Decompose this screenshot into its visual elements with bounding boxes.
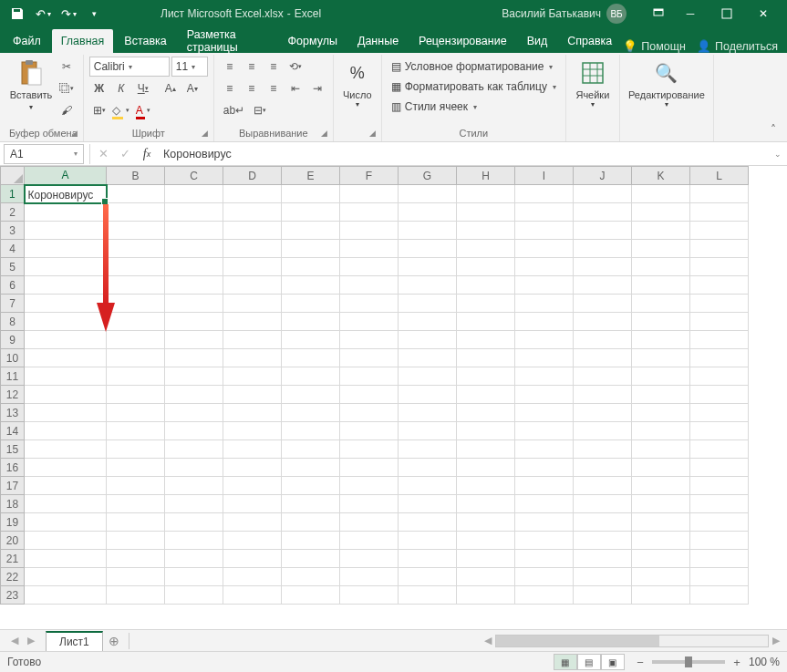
cell-I15[interactable]	[515, 440, 574, 459]
cell-G4[interactable]	[399, 240, 457, 258]
cell-B22[interactable]	[107, 568, 165, 586]
cell-J12[interactable]	[574, 386, 632, 404]
cell-L14[interactable]	[690, 422, 749, 440]
alignment-launcher[interactable]: ◢	[321, 129, 327, 138]
row-header-11[interactable]: 11	[1, 367, 25, 386]
cell-G10[interactable]	[399, 349, 457, 367]
cell-C4[interactable]	[165, 240, 223, 258]
cell-F13[interactable]	[340, 404, 399, 422]
cell-J8[interactable]	[574, 313, 632, 331]
cell-C23[interactable]	[165, 586, 223, 605]
cell-A11[interactable]	[25, 367, 107, 386]
cell-C8[interactable]	[165, 313, 223, 331]
cell-H14[interactable]	[457, 422, 515, 440]
cell-B18[interactable]	[107, 495, 165, 513]
col-header-D[interactable]: D	[223, 167, 282, 185]
cell-I11[interactable]	[515, 367, 574, 386]
cell-L4[interactable]	[690, 240, 749, 258]
cell-E17[interactable]	[282, 477, 340, 495]
cell-K20[interactable]	[632, 532, 690, 550]
tell-me[interactable]: 💡Помощн	[623, 39, 686, 53]
cell-A15[interactable]	[25, 440, 107, 459]
cell-K3[interactable]	[632, 222, 690, 240]
font-name-combo[interactable]: Calibri▾	[89, 57, 170, 77]
user-account[interactable]: Василий Батькавич ВБ	[502, 4, 626, 24]
cell-D13[interactable]	[223, 404, 282, 422]
cell-G13[interactable]	[399, 404, 457, 422]
cell-D16[interactable]	[223, 459, 282, 477]
cell-C15[interactable]	[165, 440, 223, 459]
conditional-formatting-button[interactable]: ▤Условное форматирование▾	[388, 57, 560, 77]
cell-A23[interactable]	[25, 586, 107, 605]
cell-F21[interactable]	[340, 550, 399, 568]
cell-I19[interactable]	[515, 513, 574, 532]
cell-E19[interactable]	[282, 513, 340, 532]
cell-D15[interactable]	[223, 440, 282, 459]
cell-L17[interactable]	[690, 477, 749, 495]
cell-D1[interactable]	[223, 185, 282, 203]
cell-K22[interactable]	[632, 568, 690, 586]
col-header-C[interactable]: C	[165, 167, 223, 185]
cell-J4[interactable]	[574, 240, 632, 258]
cell-L5[interactable]	[690, 258, 749, 276]
cell-F1[interactable]	[340, 185, 399, 203]
cell-G18[interactable]	[399, 495, 457, 513]
cell-G16[interactable]	[399, 459, 457, 477]
row-header-3[interactable]: 3	[1, 222, 25, 240]
cell-F3[interactable]	[340, 222, 399, 240]
cell-B4[interactable]	[107, 240, 165, 258]
col-header-I[interactable]: I	[515, 167, 574, 185]
cell-A5[interactable]	[25, 258, 107, 276]
cell-A13[interactable]	[25, 404, 107, 422]
cell-H6[interactable]	[457, 276, 515, 295]
cell-C10[interactable]	[165, 349, 223, 367]
increase-indent-icon[interactable]: ⇥	[307, 78, 327, 98]
row-header-2[interactable]: 2	[1, 203, 25, 222]
cell-K13[interactable]	[632, 404, 690, 422]
cell-A22[interactable]	[25, 568, 107, 586]
cell-L3[interactable]	[690, 222, 749, 240]
cell-H23[interactable]	[457, 586, 515, 605]
zoom-out-icon[interactable]: −	[634, 656, 647, 668]
cell-B9[interactable]	[107, 331, 165, 349]
cell-L23[interactable]	[690, 586, 749, 605]
cell-J6[interactable]	[574, 276, 632, 295]
cell-G6[interactable]	[399, 276, 457, 295]
sheet-tab-1[interactable]: Лист1	[46, 631, 103, 651]
cell-I23[interactable]	[515, 586, 574, 605]
cell-B5[interactable]	[107, 258, 165, 276]
cell-K8[interactable]	[632, 313, 690, 331]
cell-K7[interactable]	[632, 295, 690, 313]
cell-B14[interactable]	[107, 422, 165, 440]
cell-C9[interactable]	[165, 331, 223, 349]
cell-K2[interactable]	[632, 203, 690, 222]
cell-K23[interactable]	[632, 586, 690, 605]
cell-I20[interactable]	[515, 532, 574, 550]
cell-J17[interactable]	[574, 477, 632, 495]
cell-C21[interactable]	[165, 550, 223, 568]
cell-C20[interactable]	[165, 532, 223, 550]
cell-J9[interactable]	[574, 331, 632, 349]
cell-J15[interactable]	[574, 440, 632, 459]
cell-F17[interactable]	[340, 477, 399, 495]
cell-B7[interactable]	[107, 295, 165, 313]
cell-E13[interactable]	[282, 404, 340, 422]
cell-A19[interactable]	[25, 513, 107, 532]
cell-K11[interactable]	[632, 367, 690, 386]
cell-D14[interactable]	[223, 422, 282, 440]
cell-D22[interactable]	[223, 568, 282, 586]
cell-F20[interactable]	[340, 532, 399, 550]
next-sheet-icon[interactable]: ▶	[24, 634, 38, 648]
cell-D18[interactable]	[223, 495, 282, 513]
tab-data[interactable]: Данные	[348, 29, 408, 53]
cell-K17[interactable]	[632, 477, 690, 495]
clipboard-launcher[interactable]: ◢	[71, 129, 78, 138]
cell-G17[interactable]	[399, 477, 457, 495]
cell-C11[interactable]	[165, 367, 223, 386]
cell-D17[interactable]	[223, 477, 282, 495]
cell-C16[interactable]	[165, 459, 223, 477]
cell-G15[interactable]	[399, 440, 457, 459]
cell-I4[interactable]	[515, 240, 574, 258]
cell-K15[interactable]	[632, 440, 690, 459]
cell-K16[interactable]	[632, 459, 690, 477]
